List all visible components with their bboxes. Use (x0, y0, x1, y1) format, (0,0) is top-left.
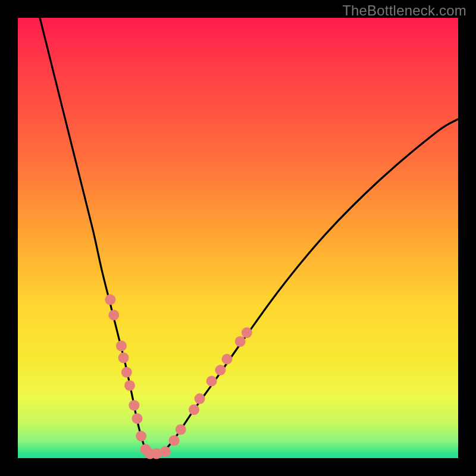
annotation-dots (105, 295, 252, 459)
annotation-dot (108, 310, 119, 321)
annotation-dot (176, 424, 186, 435)
annotation-dot (121, 367, 132, 378)
annotation-dot (215, 365, 226, 375)
annotation-dot (129, 400, 139, 411)
annotation-dot (118, 352, 129, 363)
annotation-dot (105, 295, 115, 305)
annotation-dot (136, 431, 146, 441)
plot-area (18, 18, 458, 458)
annotation-dot (160, 446, 171, 457)
chart-frame: TheBottleneck.com (0, 0, 476, 476)
annotation-dot (195, 393, 205, 404)
annotation-dot (235, 336, 246, 347)
annotation-dot (206, 376, 217, 387)
watermark-text: TheBottleneck.com (342, 2, 466, 19)
annotation-dot (189, 405, 199, 415)
bottleneck-curve (40, 18, 458, 455)
annotation-dot (169, 435, 180, 446)
annotation-dot (242, 327, 252, 338)
annotation-dot (124, 380, 135, 391)
annotation-dot (132, 413, 143, 424)
annotation-dot (222, 354, 233, 365)
curve-svg (18, 18, 458, 458)
annotation-dot (116, 340, 127, 351)
